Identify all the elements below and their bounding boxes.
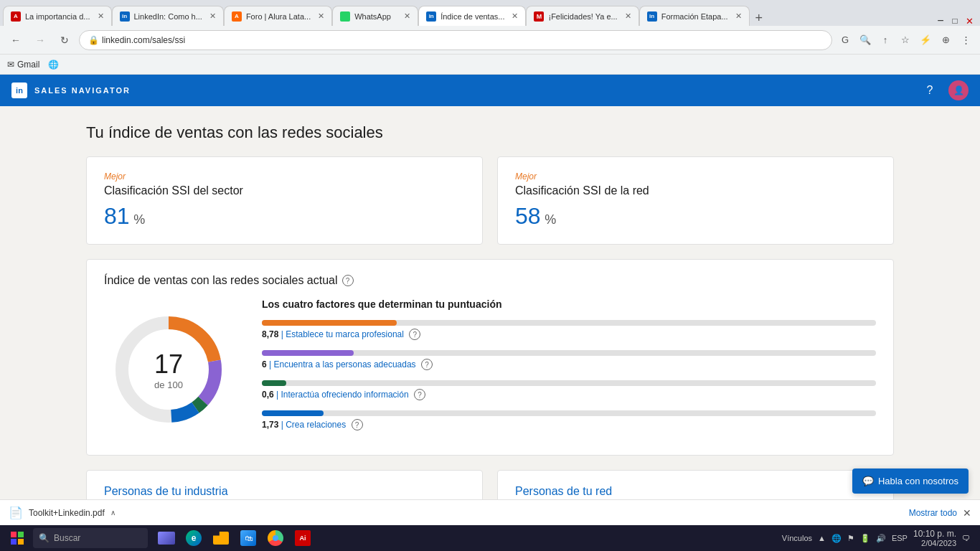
back-button[interactable]: ← — [6, 30, 26, 50]
factor4-help-icon[interactable]: ? — [352, 419, 363, 430]
bookmark-icon[interactable]: ☆ — [897, 32, 914, 49]
show-all-button[interactable]: Mostrar todo — [909, 508, 957, 518]
new-tab-button[interactable]: + — [750, 11, 769, 26]
network-card: Mejor Clasificación SSI de la red 58 % — [497, 156, 894, 245]
bookmark-globe[interactable]: 🌐 — [48, 60, 59, 70]
tab-7[interactable]: in Formación Etapa... ✕ — [639, 6, 750, 26]
download-chevron-icon[interactable]: ∧ — [110, 509, 116, 517]
factor2-help-icon[interactable]: ? — [421, 359, 433, 370]
chat-icon: 💬 — [862, 476, 874, 486]
ssi-score-sub: de 100 — [154, 380, 183, 390]
ssi-card-title-text: Índice de ventas con las redes sociales … — [104, 274, 338, 287]
taskbar-alert-icon: ⚑ — [847, 534, 854, 543]
settings-icon[interactable]: ⋮ — [957, 32, 974, 49]
industry-card-title: Personas de tu industria — [104, 485, 465, 498]
ssi-main-card: Índice de ventas con las redes sociales … — [86, 259, 894, 456]
address-bar[interactable]: 🔒 linkedin.com/sales/ssi — [79, 30, 832, 50]
taskbar-battery: 🔋 — [860, 534, 870, 543]
linkedin-logo: in — [11, 83, 27, 98]
refresh-button[interactable]: ↻ — [55, 30, 75, 50]
ssi-help-icon[interactable]: ? — [342, 275, 354, 286]
factor3-help-icon[interactable]: ? — [414, 389, 425, 400]
taskbar-search[interactable]: 🔍 Buscar — [33, 528, 148, 548]
minimize-button[interactable]: − — [936, 16, 946, 26]
factors-title: Los cuatro factores que determinan tu pu… — [262, 298, 876, 310]
bookmark-gmail[interactable]: ✉ Gmail — [7, 60, 39, 70]
network-unit: % — [545, 212, 556, 227]
network-card-heading: Clasificación SSI de la red — [515, 184, 876, 197]
svg-rect-13 — [11, 532, 17, 537]
sector-card-heading: Clasificación SSI del sector — [104, 184, 465, 197]
sector-card: Mejor Clasificación SSI del sector 81 % — [86, 156, 483, 245]
sector-unit: % — [133, 212, 145, 227]
taskbar-connections: Vínculos — [782, 534, 812, 542]
tab-whatsapp[interactable]: WhatsApp ✕ — [332, 6, 418, 26]
search-icon[interactable]: 🔍 — [857, 32, 874, 49]
download-close-button[interactable]: ✕ — [963, 507, 971, 519]
industry-card: Personas de tu industria 32 — [86, 470, 483, 499]
tab-active[interactable]: in Índice de ventas... ✕ — [418, 6, 526, 26]
download-bar: 📄 Toolkit+Linkedin.pdf ∧ Mostrar todo ✕ — [0, 499, 980, 525]
tab-3[interactable]: A Foro | Alura Lata... ✕ — [224, 6, 332, 26]
taskbar-search-icon: 🔍 — [39, 533, 50, 543]
svg-rect-15 — [11, 539, 17, 545]
taskbar-notification[interactable]: 🗨 — [962, 534, 970, 542]
maximize-button[interactable]: □ — [950, 16, 960, 26]
factor-2: 6 | Encuentra a las personas adecuadas ? — [262, 350, 876, 370]
network-people-card: Personas de tu red 22 — [497, 470, 894, 499]
profile-icon[interactable]: ⊕ — [937, 32, 954, 49]
forward-button[interactable]: → — [30, 30, 50, 50]
taskbar-chrome[interactable] — [263, 525, 288, 551]
page-title: Tu índice de ventas con las redes social… — [86, 123, 894, 142]
taskbar-network: 🌐 — [831, 534, 842, 543]
taskbar-store[interactable]: 🛍 — [235, 525, 261, 551]
svg-rect-16 — [18, 539, 24, 545]
download-filename: Toolkit+Linkedin.pdf — [29, 508, 105, 518]
taskbar-language: ESP — [892, 534, 908, 542]
taskbar-wifi-icon: ▲ — [818, 534, 826, 542]
taskbar-files[interactable] — [208, 525, 234, 551]
ssi-donut-chart: 17 de 100 — [104, 305, 233, 434]
tab-2[interactable]: in LinkedIn: Como h... ✕ — [112, 6, 224, 26]
factor1-help-icon[interactable]: ? — [409, 329, 420, 340]
taskbar-volume: 🔊 — [876, 534, 886, 543]
chat-button[interactable]: 💬 Habla con nosotros — [852, 468, 969, 494]
taskbar-thumbnail[interactable] — [154, 525, 179, 551]
start-button[interactable] — [4, 525, 30, 551]
share-icon[interactable]: ↑ — [877, 32, 894, 49]
network-score: 58 — [515, 203, 541, 229]
taskbar: 🔍 Buscar e 🛍 Ai — [0, 525, 980, 551]
svg-rect-14 — [18, 532, 24, 537]
help-icon[interactable]: ? — [921, 82, 938, 99]
taskbar-clock[interactable]: 10:10 p. m. 2/04/2023 — [913, 529, 956, 547]
network-people-title: Personas de tu red — [515, 485, 876, 498]
sales-navigator-title: SALES NAVIGATOR — [34, 86, 131, 95]
taskbar-apps: e 🛍 Ai — [154, 525, 316, 551]
profile-avatar[interactable]: 👤 — [948, 80, 969, 100]
close-button[interactable]: ✕ — [964, 16, 974, 26]
tab-gmail[interactable]: M ¡Felicidades! Ya e... ✕ — [526, 6, 639, 26]
extensions-icon[interactable]: ⚡ — [917, 32, 934, 49]
tab-1[interactable]: A La importancia d... ✕ — [3, 6, 112, 26]
google-icon[interactable]: G — [837, 32, 854, 49]
taskbar-acrobat[interactable]: Ai — [290, 525, 316, 551]
pdf-icon: 📄 — [9, 506, 23, 519]
factor-1: 8,78 | Establece tu marca profesional ? — [262, 320, 876, 340]
factor-3: 0,6 | Interactúa ofreciendo información … — [262, 380, 876, 400]
network-best-label: Mejor — [515, 171, 876, 182]
ssi-factors: Los cuatro factores que determinan tu pu… — [262, 298, 876, 441]
taskbar-edge[interactable]: e — [181, 525, 207, 551]
factor-4: 1,73 | Crea relaciones ? — [262, 410, 876, 430]
sector-best-label: Mejor — [104, 171, 465, 182]
sector-score: 81 — [104, 203, 130, 229]
ssi-score: 17 — [154, 349, 183, 380]
